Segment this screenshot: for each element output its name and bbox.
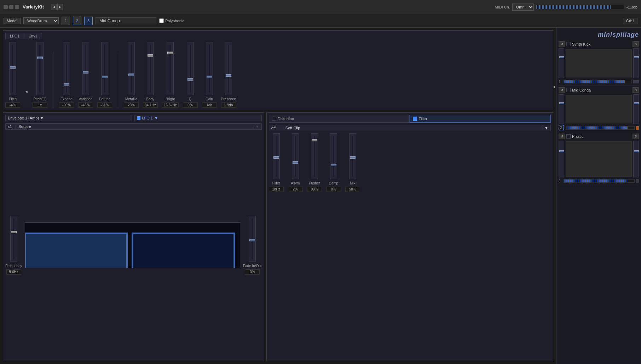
damp-handle[interactable]: [331, 164, 336, 166]
slot3-fader-handle[interactable]: [559, 150, 564, 152]
env1-tab[interactable]: Env1: [24, 33, 42, 39]
model-label: Model: [4, 18, 21, 24]
body-handle[interactable]: [148, 54, 153, 57]
filter-tab[interactable]: Filter: [410, 115, 551, 123]
win-close[interactable]: [4, 5, 8, 9]
freq-slider[interactable]: [10, 216, 17, 262]
pitch-handle[interactable]: [10, 66, 16, 69]
slot1-right-fader[interactable]: [633, 48, 639, 78]
mix-slider[interactable]: [349, 133, 356, 179]
slot3-check[interactable]: [566, 134, 571, 139]
fade-slider[interactable]: [249, 216, 256, 262]
bright-handle[interactable]: [167, 52, 173, 54]
asym-track: [294, 135, 296, 177]
slot2-right-fader[interactable]: [633, 94, 639, 124]
slot1-right-handle[interactable]: [634, 56, 639, 58]
midi-label: MIDI Ch.: [495, 5, 510, 9]
kit-slot-3: M Plastic S 3: [559, 132, 639, 185]
slot1-fader-handle[interactable]: [559, 56, 564, 58]
expand-handle[interactable]: [64, 83, 69, 86]
midi-channel-select[interactable]: Omni: [512, 4, 534, 11]
pitcheg-label: PitchEG: [34, 97, 47, 101]
q-handle[interactable]: [187, 78, 193, 81]
slot3-fader[interactable]: [559, 141, 564, 177]
body-slider[interactable]: [147, 42, 154, 95]
variation-handle[interactable]: [83, 71, 88, 74]
detune-track: [104, 44, 106, 93]
win-max[interactable]: [15, 5, 19, 9]
slot2-fader[interactable]: [559, 94, 564, 124]
pitch-slider[interactable]: [9, 42, 16, 95]
distortion-tab[interactable]: Distortion: [269, 115, 410, 123]
slot1-s-btn[interactable]: S: [633, 41, 639, 47]
presence-track: [227, 44, 230, 93]
win-min[interactable]: [9, 5, 13, 9]
envelope-select[interactable]: Envelope 1 (Amp) ▼: [5, 115, 132, 121]
slot2-m-btn[interactable]: M: [559, 87, 565, 93]
slot2-right-handle[interactable]: [634, 102, 639, 104]
gain-slider[interactable]: [206, 42, 213, 95]
damp-slider[interactable]: [330, 133, 337, 179]
slot2-pad[interactable]: [566, 95, 632, 123]
slot2-fader-handle[interactable]: [559, 102, 564, 104]
presence-slider[interactable]: [225, 42, 232, 95]
slot1-pad[interactable]: [566, 49, 632, 77]
slot3-m-btn[interactable]: M: [559, 134, 565, 139]
pusher-track: [313, 135, 316, 177]
filter-check[interactable]: [413, 117, 417, 121]
q-slider[interactable]: [187, 42, 194, 95]
detune-slider[interactable]: [101, 42, 108, 95]
slot1-m-btn[interactable]: M: [559, 41, 565, 47]
model-select[interactable]: WoodDrum: [23, 17, 59, 24]
freq-handle[interactable]: [11, 231, 17, 233]
slot2-s-btn[interactable]: S: [633, 87, 639, 93]
expand-slider[interactable]: [63, 42, 70, 95]
slot-2-btn[interactable]: 2: [73, 17, 81, 25]
pitcheg-handle[interactable]: [37, 57, 43, 59]
pusher-slider[interactable]: [311, 133, 318, 179]
slot-1-btn[interactable]: 1: [62, 17, 70, 25]
slot3-right-fader[interactable]: [633, 141, 639, 177]
slot1-check[interactable]: [566, 42, 571, 46]
gain-handle[interactable]: [207, 76, 212, 78]
fade-handle[interactable]: [249, 239, 255, 241]
slot1-fader[interactable]: [559, 48, 564, 78]
polyphonic-check[interactable]: Polyphonic: [159, 18, 184, 23]
slot2-meter: [566, 126, 635, 130]
slot3-s-btn[interactable]: S: [633, 134, 639, 139]
filter-slider[interactable]: [273, 133, 280, 179]
body-value: 84.1Hz: [143, 102, 158, 108]
asym-slider[interactable]: [292, 133, 299, 179]
detune-handle[interactable]: [102, 76, 108, 78]
midi-section: MIDI Ch. Omni -1.3db: [495, 4, 637, 11]
metallic-handle[interactable]: [128, 74, 134, 76]
nav-prev[interactable]: ◄: [51, 4, 57, 10]
polyphonic-checkbox[interactable]: [159, 18, 164, 23]
pusher-slider-group: Pusher 99%: [307, 133, 322, 192]
instrument-name-field[interactable]: [96, 17, 156, 24]
variation-slider[interactable]: [82, 42, 89, 95]
distortion-check[interactable]: [272, 117, 276, 121]
asym-handle[interactable]: [293, 161, 298, 164]
bright-slider[interactable]: [167, 42, 174, 95]
pitcheg-track: [39, 44, 41, 93]
lfo1-tab[interactable]: LFO1: [6, 33, 24, 39]
envelope-header: Envelope 1 (Amp) ▼ LFO 1 ▼: [5, 115, 262, 121]
mix-handle[interactable]: [350, 156, 356, 159]
slot3-pad[interactable]: [566, 141, 632, 177]
plugin-title: VarietyKit: [23, 4, 44, 10]
dist-arrow[interactable]: | ▼: [542, 126, 548, 130]
pusher-handle[interactable]: [312, 139, 317, 141]
lfo-select[interactable]: LFO 1 ▼: [134, 115, 261, 121]
slot3-right-handle[interactable]: [634, 150, 639, 152]
metallic-slider[interactable]: [128, 42, 135, 95]
pitcheg-slider[interactable]: [36, 42, 44, 95]
slot2-check[interactable]: [566, 88, 571, 92]
filter-handle[interactable]: [273, 156, 279, 159]
nav-next[interactable]: ►: [57, 4, 63, 10]
presence-label: Presence: [221, 97, 236, 101]
slot1-number: 1: [559, 80, 561, 84]
presence-group: Presence 1.9db: [221, 42, 236, 108]
slot-3-btn[interactable]: 3: [84, 17, 93, 25]
presence-handle[interactable]: [226, 74, 231, 77]
